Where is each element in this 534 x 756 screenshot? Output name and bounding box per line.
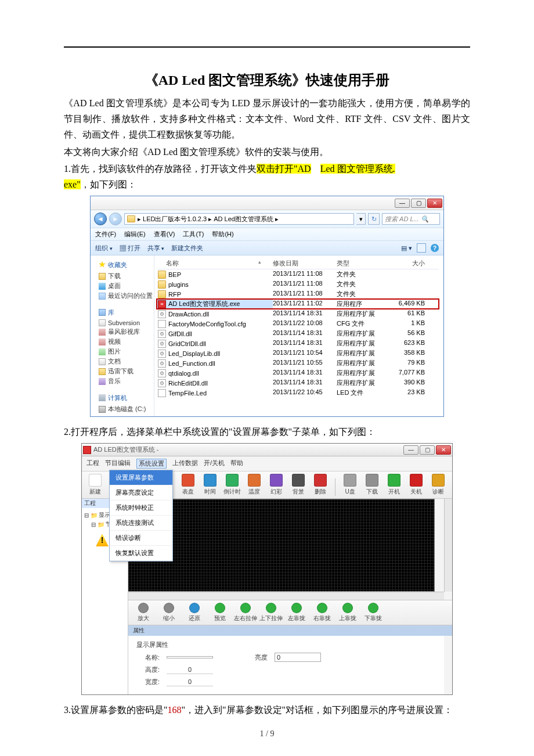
nav-hdd[interactable]: 本地磁盘 (C:) (94, 404, 150, 414)
file-row[interactable]: BEP2013/11/21 11:08文件夹 (157, 269, 439, 279)
nav-favorites[interactable]: 收藏夹 (94, 258, 150, 271)
address-bar[interactable]: ▸ LED出厂版本号1.0.2.3 ▸ AD Led图文管理系统 ▸ (124, 213, 354, 225)
canvas-上下拉伸[interactable]: 上下拉伸 (259, 603, 283, 622)
file-row[interactable]: AD Led图文管理系统.exe2013/11/21 11:02应用程序6,46… (157, 299, 439, 309)
toolbar-背景[interactable]: 背景 (288, 474, 308, 496)
toolbar-新建[interactable]: 新建 (85, 474, 105, 496)
file-row[interactable]: Led_DisplayLib.dll2013/11/21 10:54应用程序扩展… (157, 348, 439, 358)
nav-xunlei[interactable]: 迅雷下载 (94, 366, 150, 376)
file-row[interactable]: RichEditDll.dll2013/11/14 18:31应用程序扩展390… (157, 378, 439, 388)
menu-help[interactable]: 帮助 (230, 459, 243, 469)
menu-edit[interactable]: 编辑(E) (124, 230, 146, 239)
menu-upload[interactable]: 上传数据 (172, 459, 198, 469)
nav-libraries[interactable]: 库 (94, 305, 150, 319)
col-type[interactable]: 类型 (337, 259, 389, 268)
nav-documents[interactable]: 文档 (94, 357, 150, 366)
canvas-右靠拢[interactable]: 右靠拢 (311, 603, 334, 622)
nav-desktop[interactable]: 桌面 (94, 281, 150, 291)
dropdown-item[interactable]: 错误诊断 (110, 531, 172, 546)
dropdown-item[interactable]: 设置屏幕参数 (110, 470, 172, 485)
dropdown-item[interactable]: 系统时钟校正 (110, 501, 172, 516)
search-input[interactable]: 搜索 AD L... 🔍 (382, 213, 440, 225)
tb-share[interactable]: 共享 (147, 244, 165, 253)
tb-help-icon[interactable]: ? (431, 244, 439, 252)
scrollbar-vertical[interactable] (444, 499, 452, 592)
explorer-window: — ▢ ✕ ◄ ► ▸ LED出厂版本号1.0.2.3 ▸ AD Led图文管理… (90, 196, 444, 417)
breadcrumb[interactable]: ▸ LED出厂版本号1.0.2.3 ▸ AD Led图文管理系统 ▸ (138, 215, 279, 224)
file-row[interactable]: GridCtrlDll.dll2013/11/14 18:31应用程序扩展623… (157, 339, 439, 348)
file-row[interactable]: qtdialog.dll2013/11/14 18:31应用程序扩展7,077 … (157, 368, 439, 378)
minimize-button[interactable]: — (395, 199, 410, 208)
tb-view-dropdown[interactable]: ▤ ▾ (401, 244, 412, 252)
canvas-左右拉伸[interactable]: 左右拉伸 (234, 603, 257, 622)
back-button[interactable]: ◄ (94, 213, 107, 225)
dropdown-item[interactable]: 系统连接测试 (110, 516, 172, 531)
input-brightness[interactable]: 0 (275, 653, 321, 662)
canvas-上靠拢[interactable]: 上靠拢 (336, 603, 359, 622)
canvas-左靠拢[interactable]: 左靠拢 (285, 603, 308, 622)
toolbar-表盘[interactable]: 表盘 (178, 474, 198, 496)
address-dropdown[interactable]: ▾ (356, 213, 366, 225)
toolbar-幻彩[interactable]: 幻彩 (266, 474, 286, 496)
col-size[interactable]: 大小 (389, 259, 430, 268)
tb-open[interactable]: ▦ 打开 (120, 244, 140, 253)
dropdown-item[interactable]: 屏幕亮度设定 (110, 485, 172, 501)
refresh-button[interactable]: ↻ (368, 213, 380, 225)
menu-file[interactable]: 文件(F) (95, 230, 116, 239)
canvas-下靠拢[interactable]: 下靠拢 (362, 603, 385, 622)
tb-new-folder[interactable]: 新建文件夹 (171, 244, 203, 253)
toolbar-开机[interactable]: 开机 (384, 474, 404, 496)
app-close-button[interactable]: ✕ (436, 445, 451, 455)
tb-organize[interactable]: 组织 (95, 244, 113, 253)
file-row[interactable]: GifDll.dll2013/11/14 18:31应用程序扩展56 KB (157, 329, 439, 339)
nav-baofeng[interactable]: 暴风影视库 (94, 327, 150, 337)
app-maximize-button[interactable]: ▢ (420, 445, 435, 455)
nav-computer[interactable]: 计算机 (94, 391, 150, 404)
col-name[interactable]: 名称 (157, 259, 273, 268)
maximize-button[interactable]: ▢ (411, 199, 426, 208)
col-date[interactable]: 修改日期 (273, 259, 337, 268)
dll-icon (158, 379, 166, 387)
file-row[interactable]: RFP2013/11/21 11:08文件夹 (157, 289, 439, 299)
nav-music[interactable]: 音乐 (94, 376, 150, 386)
toolbar-删除[interactable]: 删除 (311, 474, 330, 496)
toolbar-下载[interactable]: 下载 (362, 474, 382, 496)
nav-subversion[interactable]: Subversion (94, 319, 150, 327)
menu-power[interactable]: 开/关机 (204, 459, 225, 469)
toolbar-关机[interactable]: 关机 (406, 474, 426, 496)
canvas-放大[interactable]: 放大 (132, 603, 155, 622)
toolbar-时间[interactable]: 时间 (200, 474, 220, 496)
menu-project[interactable]: 工程 (86, 459, 99, 469)
nav-pictures[interactable]: 图片 (94, 347, 150, 357)
value-height: 0 (167, 666, 213, 674)
forward-button[interactable]: ► (109, 213, 122, 225)
app-minimize-button[interactable]: — (403, 445, 418, 455)
led-canvas[interactable] (128, 499, 435, 592)
file-row[interactable]: DrawAction.dll2013/11/14 18:31应用程序扩展61 K… (157, 309, 439, 319)
nav-recent[interactable]: 最近访问的位置 (94, 291, 150, 301)
menu-tools[interactable]: 工具(T) (183, 230, 204, 239)
file-row[interactable]: TempFile.Led2013/11/22 10:45LED 文件23 KB (157, 388, 439, 398)
canvas-预览[interactable]: 预览 (208, 603, 232, 622)
file-list: 名称 修改日期 类型 大小 BEP2013/11/21 11:08文件夹plug… (154, 255, 443, 416)
toolbar-U盘[interactable]: U盘 (340, 474, 360, 496)
nav-videos[interactable]: 视频 (94, 337, 150, 347)
input-name[interactable] (167, 656, 213, 658)
scrollbar-horizontal[interactable] (128, 592, 444, 600)
toolbar-诊断[interactable]: 诊断 (428, 474, 448, 496)
menu-program-edit[interactable]: 节目编辑 (105, 459, 131, 469)
toolbar-倒计时[interactable]: 倒计时 (222, 474, 242, 496)
canvas-还原[interactable]: 还原 (183, 603, 206, 622)
menu-help[interactable]: 帮助(H) (212, 230, 233, 239)
close-button[interactable]: ✕ (427, 199, 442, 208)
dropdown-item[interactable]: 恢复默认设置 (110, 546, 172, 561)
canvas-缩小[interactable]: 缩小 (157, 603, 181, 622)
toolbar-温度[interactable]: 温度 (244, 474, 264, 496)
file-row[interactable]: plugins2013/11/21 11:08文件夹 (157, 279, 439, 289)
menu-system-settings[interactable]: 系统设置 (136, 459, 167, 469)
menu-view[interactable]: 查看(V) (154, 230, 175, 239)
tb-preview-pane[interactable] (417, 243, 426, 253)
file-row[interactable]: FactoryModeConfigTool.cfg2013/11/22 10:0… (157, 319, 439, 329)
file-row[interactable]: Led_Function.dll2013/11/21 10:55应用程序扩展79… (157, 358, 439, 368)
nav-downloads[interactable]: 下载 (94, 271, 150, 281)
